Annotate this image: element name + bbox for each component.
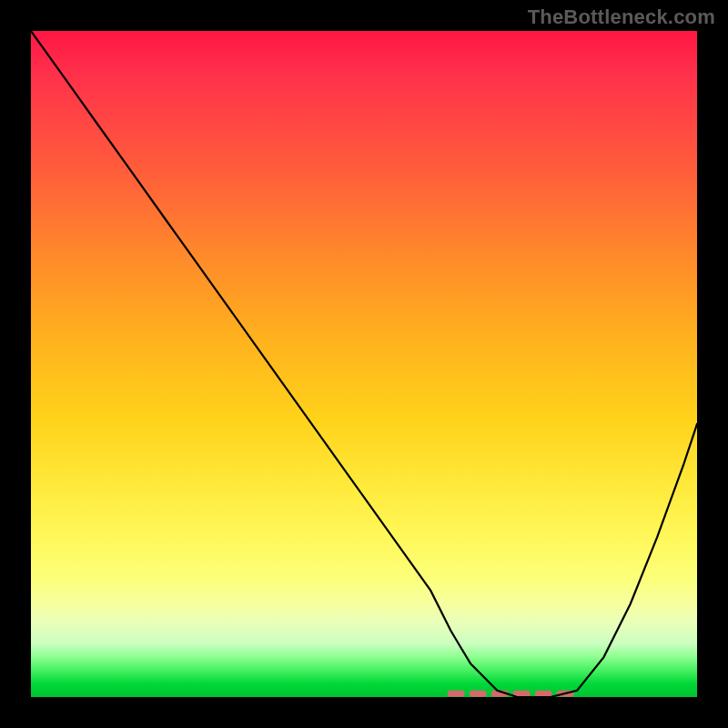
chart-svg	[31, 31, 697, 697]
watermark-text: TheBottleneck.com	[528, 5, 715, 29]
chart-stage: TheBottleneck.com	[0, 0, 728, 728]
bottleneck-curve	[31, 31, 697, 697]
plot-area	[31, 31, 697, 697]
